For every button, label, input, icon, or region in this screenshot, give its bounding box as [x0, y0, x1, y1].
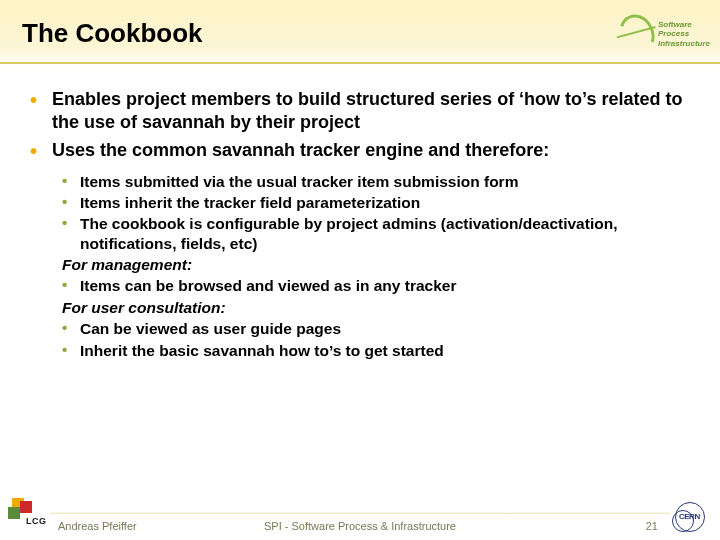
list-item: The cookbook is configurable by project … — [62, 214, 690, 253]
list-item: Inherit the basic savannah how to’s to g… — [62, 341, 690, 360]
spi-logo: Software Process Infrastructure — [620, 6, 710, 62]
bullet-text: Items inherit the tracker field paramete… — [80, 194, 420, 211]
footer-rule — [50, 512, 670, 514]
list-item: Can be viewed as user guide pages — [62, 319, 690, 338]
lcg-square-icon — [20, 501, 32, 513]
spi-logo-text: Software Process Infrastructure — [658, 20, 710, 49]
lcg-square-icon — [8, 507, 20, 519]
cern-logo: CERN — [672, 502, 710, 536]
list-item: Items can be browsed and viewed as in an… — [62, 276, 690, 295]
list-item: Items submitted via the usual tracker it… — [62, 172, 690, 191]
bullet-text: Enables project members to build structu… — [52, 89, 682, 132]
list-item: Enables project members to build structu… — [30, 88, 690, 133]
section-label: For management: — [62, 255, 690, 274]
list-item: Uses the common savannah tracker engine … — [30, 139, 690, 360]
label-text: For user consultation: — [62, 299, 226, 316]
content-area: Enables project members to build structu… — [0, 68, 720, 360]
title-rule — [0, 62, 720, 64]
slide-title: The Cookbook — [22, 18, 720, 49]
page-number: 21 — [646, 520, 658, 532]
bullet-text: The cookbook is configurable by project … — [80, 215, 617, 251]
bullet-text: Inherit the basic savannah how to’s to g… — [80, 342, 444, 359]
title-band: The Cookbook Software Process Infrastruc… — [0, 0, 720, 68]
bullet-text: Uses the common savannah tracker engine … — [52, 140, 549, 160]
label-text: For management: — [62, 256, 192, 273]
spi-swoosh-icon — [613, 9, 661, 60]
footer-center: SPI - Software Process & Infrastructure — [0, 520, 720, 532]
list-item: Items inherit the tracker field paramete… — [62, 193, 690, 212]
footer: LCG Andreas Pfeiffer SPI - Software Proc… — [0, 500, 720, 540]
section-label: For user consultation: — [62, 298, 690, 317]
sub-bullet-list: Items submitted via the usual tracker it… — [62, 172, 690, 360]
cern-label: CERN — [679, 512, 700, 521]
bullet-text: Items can be browsed and viewed as in an… — [80, 277, 456, 294]
bullet-text: Items submitted via the usual tracker it… — [80, 173, 518, 190]
bullet-list: Enables project members to build structu… — [30, 88, 690, 360]
bullet-text: Can be viewed as user guide pages — [80, 320, 341, 337]
